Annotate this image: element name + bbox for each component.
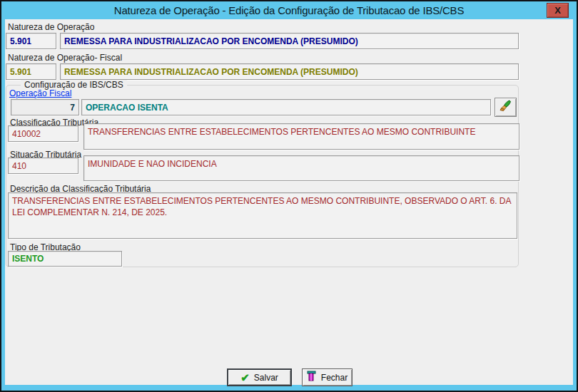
classificacao-tributaria-description-field[interactable]: TRANSFERENCIAS ENTRE ESTABELECIMENTOS PE… — [83, 123, 519, 150]
exit-door-icon — [307, 371, 317, 384]
natureza-operacao-fiscal-description-field[interactable]: REMESSA PARA INDUSTRIALIZACAO POR ENCOME… — [60, 63, 519, 80]
tipo-tributacao-value-field[interactable]: ISENTO — [8, 251, 122, 267]
titlebar: Natureza de Operação - Edição da Configu… — [1, 1, 577, 19]
check-icon: ✔ — [240, 372, 250, 383]
natureza-operacao-label: Natureza de Operação — [8, 22, 94, 32]
fechar-button-label: Fechar — [321, 373, 348, 383]
classificacao-tributaria-code-field[interactable]: 410002 — [8, 125, 78, 142]
fechar-button[interactable]: Fechar — [302, 368, 353, 386]
situacao-tributaria-code-field[interactable]: 410 — [8, 158, 78, 174]
salvar-button-label: Salvar — [254, 373, 278, 383]
close-button[interactable]: X — [547, 3, 569, 18]
paintbrush-icon — [498, 99, 513, 116]
natureza-operacao-description-field[interactable]: REMESSA PARA INDUSTRIALIZACAO POR ENCOME… — [60, 33, 519, 49]
natureza-operacao-fiscal-code-field[interactable]: 5.901 — [6, 63, 56, 80]
descricao-classificacao-text-field[interactable]: TRANSFERENCIAS ENTRE ESTABELECIMENTOS PE… — [8, 192, 517, 239]
operacao-fiscal-description-field[interactable]: OPERACAO ISENTA — [81, 99, 491, 115]
salvar-button[interactable]: ✔ Salvar — [227, 368, 292, 386]
clear-operacao-fiscal-button[interactable] — [495, 98, 517, 117]
natureza-operacao-fiscal-label: Natureza de Operação- Fiscal — [8, 53, 122, 63]
window-title: Natureza de Operação - Edição da Configu… — [114, 4, 464, 16]
natureza-operacao-code-field[interactable]: 5.901 — [6, 33, 56, 49]
situacao-tributaria-description-field[interactable]: IMUNIDADE E NAO INCIDENCIA — [83, 155, 519, 181]
dialog-client-area: Natureza de Operação 5.901 REMESSA PARA … — [5, 19, 573, 385]
dialog-window: Natureza de Operação - Edição da Configu… — [0, 0, 578, 392]
operacao-fiscal-link[interactable]: Operação Fiscal — [9, 88, 71, 98]
configuracao-ibs-cbs-groupbox: Configuração de IBS/CBS Operação Fiscal … — [6, 85, 519, 267]
operacao-fiscal-code-field[interactable]: 7 — [11, 99, 79, 115]
close-icon: X — [554, 5, 561, 16]
